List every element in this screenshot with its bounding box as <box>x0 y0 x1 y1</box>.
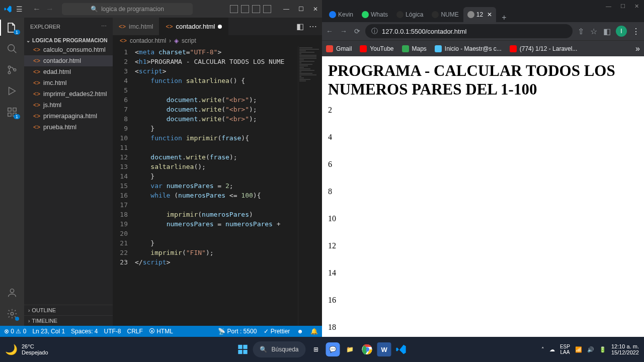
status-feedback-icon[interactable]: ☻ <box>297 328 303 335</box>
search-activity-icon[interactable] <box>6 43 18 55</box>
browser-tab[interactable]: Whats <box>358 7 392 22</box>
sidepanel-icon[interactable]: ◧ <box>603 27 611 36</box>
status-lang[interactable]: ⦿ HTML <box>149 328 173 335</box>
profile-avatar[interactable]: I <box>616 26 627 37</box>
editor-area: <>imc.html<>contador.html ◧ ⋯ <> contado… <box>113 18 322 326</box>
editor-more-icon[interactable]: ⋯ <box>309 22 317 31</box>
bookmark-item[interactable]: Inicio - Maestr@s c... <box>435 45 502 52</box>
status-errors[interactable]: ⊗ 0 ⚠ 0 <box>4 328 26 335</box>
tray-battery-icon[interactable]: 🔋 <box>599 346 606 353</box>
run-debug-activity-icon[interactable] <box>6 85 18 97</box>
file-item[interactable]: <>imprimir_edades2.html <box>24 88 113 100</box>
taskbar-weather[interactable]: 🌙 26°C Despejado <box>5 343 48 355</box>
menu-button-icon[interactable]: ☰ <box>16 5 23 13</box>
file-item[interactable]: <>calculo_consumo.html <box>24 44 113 55</box>
new-tab-button[interactable]: + <box>497 13 511 22</box>
window-minimize-icon[interactable]: — <box>283 6 289 13</box>
window-close-icon[interactable]: ✕ <box>313 6 318 13</box>
timeline-section[interactable]: ›TIMELINE <box>24 315 113 326</box>
file-item[interactable]: <>js.html <box>24 100 113 111</box>
bookmark-star-icon[interactable]: ☆ <box>590 27 597 36</box>
editor-tab[interactable]: <>imc.html <box>113 18 159 35</box>
share-icon[interactable]: ⇧ <box>578 27 584 36</box>
browser-menu-icon[interactable]: ⋮ <box>632 27 640 36</box>
outline-label: OUTLINE <box>32 307 56 313</box>
tray-wifi-icon[interactable]: 📶 <box>575 346 582 353</box>
window-maximize-icon[interactable]: ☐ <box>298 6 304 13</box>
browser-tab[interactable]: Kevin <box>325 7 357 22</box>
browser-minimize-icon[interactable]: — <box>606 3 611 10</box>
html-file-icon: <> <box>33 79 40 86</box>
settings-activity-icon[interactable] <box>6 308 18 320</box>
tray-volume-icon[interactable]: 🔊 <box>587 346 594 353</box>
explorer-app-icon[interactable]: 📁 <box>343 342 357 356</box>
bookmarks-overflow-icon[interactable]: » <box>635 44 640 53</box>
breadcrumb[interactable]: <> contador.html › ◈ script <box>113 35 322 46</box>
chevron-right-icon: › <box>28 308 30 313</box>
browser-window: — ☐ ✕ KevinWhatsLógicaNUME12✕ + ← → ⟳ ⓘ … <box>322 0 644 337</box>
taskbar-search[interactable]: 🔍 Búsqueda <box>253 341 305 357</box>
layout-panel-left-icon[interactable] <box>230 5 238 13</box>
editor-tab[interactable]: <>contador.html <box>159 18 228 35</box>
address-bar[interactable]: ⓘ 127.0.0.1:5500/contador.html <box>365 24 573 38</box>
chat-app-icon[interactable]: 💬 <box>326 342 340 356</box>
site-info-icon[interactable]: ⓘ <box>371 27 378 36</box>
bookmark-item[interactable]: (774) 1/12 - Laravel... <box>510 45 578 52</box>
bookmark-item[interactable]: Gmail <box>326 45 352 52</box>
tab-label: imc.html <box>129 23 153 30</box>
nav-back-icon[interactable]: ← <box>33 5 41 14</box>
status-eol[interactable]: CRLF <box>127 328 142 335</box>
taskbar-clock[interactable]: 12:10 a. m. 15/12/2022 <box>611 343 639 355</box>
browser-tab[interactable]: NUME <box>428 7 462 22</box>
file-item[interactable]: <>contador.html <box>24 55 113 66</box>
bookmark-item[interactable]: Maps <box>402 45 427 52</box>
weather-temp: 26°C <box>22 343 48 349</box>
browser-reload-icon[interactable]: ⟳ <box>354 27 360 35</box>
status-spaces[interactable]: Spaces: 4 <box>71 328 98 335</box>
status-notifications-icon[interactable]: 🔔 <box>310 328 318 335</box>
svg-rect-7 <box>13 108 16 111</box>
folder-header[interactable]: ⌄ LOGICA DE PROGRAMACION <box>24 36 113 44</box>
browser-tab[interactable]: Lógica <box>392 7 427 22</box>
task-view-icon[interactable]: ⊞ <box>309 342 323 356</box>
chrome-app-icon[interactable] <box>360 342 374 356</box>
browser-back-icon[interactable]: ← <box>326 27 333 35</box>
accounts-activity-icon[interactable] <box>6 287 18 299</box>
taskbar-language[interactable]: ESP LAA <box>560 344 570 355</box>
source-control-activity-icon[interactable] <box>6 64 18 76</box>
minimap[interactable] <box>298 46 322 326</box>
split-editor-icon[interactable]: ◧ <box>296 22 304 31</box>
file-item[interactable]: <>primerapagina.html <box>24 111 113 122</box>
status-port[interactable]: 📡 Port : 5500 <box>218 328 257 335</box>
tab-close-icon[interactable]: ✕ <box>487 11 492 18</box>
browser-close-icon[interactable]: ✕ <box>634 3 639 10</box>
browser-maximize-icon[interactable]: ☐ <box>620 3 625 10</box>
search-icon: 🔍 <box>91 6 98 13</box>
status-cursor[interactable]: Ln 23, Col 1 <box>32 328 65 335</box>
start-button[interactable] <box>235 342 250 356</box>
explorer-activity-icon[interactable]: 1 <box>6 22 18 34</box>
nav-forward-icon[interactable]: → <box>46 5 54 14</box>
tray-onedrive-icon[interactable]: ☁ <box>549 346 555 353</box>
vscode-app-icon[interactable] <box>394 342 409 356</box>
status-encoding[interactable]: UTF-8 <box>104 328 121 335</box>
layout-panel-bottom-icon[interactable] <box>241 5 249 13</box>
layout-customize-icon[interactable] <box>263 5 271 13</box>
layout-panel-right-icon[interactable] <box>252 5 260 13</box>
file-item[interactable]: <>edad.html <box>24 66 113 77</box>
svg-point-8 <box>10 289 14 293</box>
word-app-icon[interactable]: W <box>377 342 391 356</box>
status-prettier[interactable]: ✓ Prettier <box>264 328 290 335</box>
explorer-more-icon[interactable]: ⋯ <box>101 23 107 30</box>
file-item[interactable]: <>prueba.html <box>24 122 113 133</box>
file-item[interactable]: <>imc.html <box>24 77 113 88</box>
browser-forward-icon[interactable]: → <box>340 27 347 35</box>
command-center-search[interactable]: 🔍 logica de programacion <box>62 3 193 15</box>
outline-section[interactable]: ›OUTLINE <box>24 305 113 315</box>
bookmark-item[interactable]: YouTube <box>360 45 393 52</box>
tray-chevron-icon[interactable]: ˄ <box>541 346 544 353</box>
extensions-activity-icon[interactable]: 1 <box>6 106 18 118</box>
browser-tab[interactable]: 12✕ <box>463 7 496 22</box>
code-editor[interactable]: 1234567891011121314151617181920212223 <m… <box>113 46 322 326</box>
output-line: 2 <box>328 106 638 115</box>
